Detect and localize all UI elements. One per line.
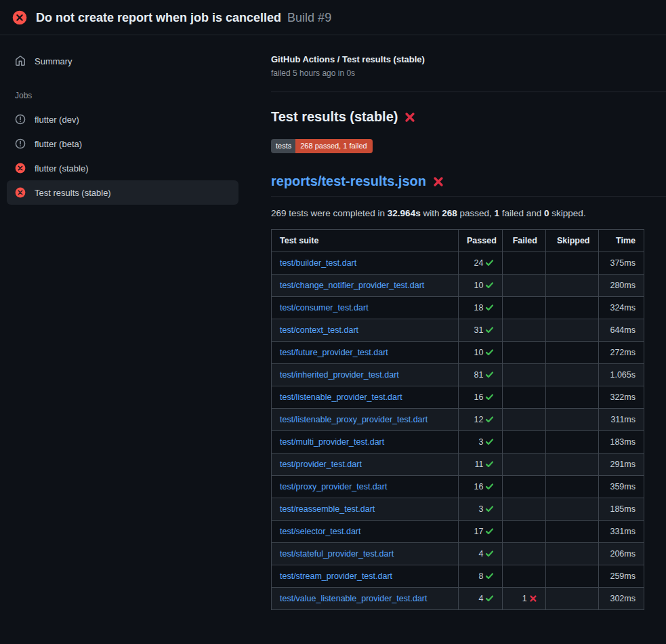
failed-cell (503, 252, 545, 275)
skipped-cell (545, 275, 598, 297)
check-icon (485, 527, 494, 536)
check-icon (485, 303, 494, 312)
time-cell: 375ms (598, 252, 644, 275)
test-suite-link[interactable]: test/future_provider_test.dart (280, 348, 388, 357)
table-row: test/future_provider_test.dart10272ms (272, 342, 644, 364)
time-cell: 183ms (598, 431, 644, 454)
passed-cell: 12 (459, 409, 503, 431)
time-cell: 311ms (598, 409, 644, 431)
skipped-cell (545, 386, 598, 409)
test-suite-cell: test/inherited_provider_test.dart (272, 364, 459, 386)
time-cell: 302ms (598, 588, 644, 610)
test-suite-link[interactable]: test/change_notifier_provider_test.dart (280, 281, 424, 290)
test-suite-link[interactable]: test/selector_test.dart (280, 527, 361, 536)
x-circle-icon (15, 163, 26, 174)
badge-value: 268 passed, 1 failed (295, 139, 372, 153)
x-circle-icon (15, 187, 26, 198)
test-suite-link[interactable]: test/listenable_proxy_provider_test.dart (280, 415, 428, 424)
test-suite-cell: test/builder_test.dart (272, 252, 459, 275)
check-icon (485, 348, 494, 357)
report-title: reports/test-results.json (271, 174, 666, 197)
table-row: test/value_listenable_provider_test.dart… (272, 588, 644, 610)
build-title: Do not create report when job is cancell… (36, 11, 281, 25)
test-suite-link[interactable]: test/builder_test.dart (280, 258, 356, 268)
section-title-text: Test results (stable) (271, 109, 398, 125)
passed-cell: 17 (459, 521, 503, 543)
passed-cell: 10 (459, 275, 503, 297)
failed-cell (503, 275, 545, 297)
sidebar-item-label: Test results (stable) (35, 188, 111, 198)
table-header-row: Test suitePassedFailedSkippedTime (272, 230, 644, 252)
table-row: test/context_test.dart31644ms (272, 319, 644, 342)
table-row: test/reassemble_test.dart3185ms (272, 498, 644, 521)
failed-cell (503, 565, 545, 588)
table-row: test/inherited_provider_test.dart811.065… (272, 364, 644, 386)
divider (271, 92, 666, 92)
test-suite-link[interactable]: test/reassemble_test.dart (280, 504, 375, 514)
passed-cell: 3 (459, 498, 503, 521)
test-suite-link[interactable]: test/stateful_provider_test.dart (280, 549, 394, 559)
table-row: test/listenable_provider_test.dart16322m… (272, 386, 644, 409)
run-status-text: failed 5 hours ago in 0s (271, 68, 666, 78)
test-suite-link[interactable]: test/context_test.dart (280, 325, 358, 335)
skipped-cell (545, 252, 598, 275)
time-cell: 280ms (598, 275, 644, 297)
time-cell: 331ms (598, 521, 644, 543)
skipped-cell (545, 498, 598, 521)
test-suite-link[interactable]: test/stream_provider_test.dart (280, 571, 392, 581)
report-title-link[interactable]: reports/test-results.json (271, 174, 426, 189)
time-cell: 272ms (598, 342, 644, 364)
passed-cell: 18 (459, 297, 503, 319)
x-circle-icon (12, 10, 27, 25)
test-suite-cell: test/multi_provider_test.dart (272, 431, 459, 454)
sidebar-item-flutter-stable[interactable]: flutter (stable) (7, 156, 238, 180)
test-suite-cell: test/selector_test.dart (272, 521, 459, 543)
check-icon (485, 258, 494, 267)
failed-cell (503, 543, 545, 565)
sidebar-item-summary[interactable]: Summary (7, 49, 238, 73)
test-suite-link[interactable]: test/listenable_provider_test.dart (280, 393, 402, 402)
column-header-failed: Failed (503, 230, 545, 252)
failed-cell (503, 364, 545, 386)
failed-cell (503, 297, 545, 319)
test-suite-link[interactable]: test/provider_test.dart (280, 460, 362, 469)
failed-cell (503, 498, 545, 521)
time-cell: 185ms (598, 498, 644, 521)
table-row: test/builder_test.dart24375ms (272, 252, 644, 275)
time-cell: 322ms (598, 386, 644, 409)
column-header-passed: Passed (459, 230, 503, 252)
check-icon (485, 325, 494, 334)
test-suite-link[interactable]: test/multi_provider_test.dart (280, 437, 384, 447)
test-suite-link[interactable]: test/inherited_provider_test.dart (280, 370, 399, 380)
failed-cell (503, 454, 545, 476)
alert-circle-icon (15, 138, 26, 149)
sidebar-item-flutter-beta[interactable]: flutter (beta) (7, 132, 238, 156)
sidebar-item-label: flutter (stable) (35, 163, 88, 174)
passed-cell: 8 (459, 565, 503, 588)
test-suite-link[interactable]: test/consumer_test.dart (280, 303, 369, 313)
time-cell: 359ms (598, 476, 644, 498)
test-suite-cell: test/provider_test.dart (272, 454, 459, 476)
skipped-cell (545, 565, 598, 588)
passed-cell: 10 (459, 342, 503, 364)
passed-cell: 24 (459, 252, 503, 275)
home-icon (15, 56, 26, 66)
failed-cell (503, 431, 545, 454)
jobs-sidebar: Summary Jobs flutter (dev) flut (0, 35, 249, 205)
failed-cell (503, 409, 545, 431)
failed-cell (503, 476, 545, 498)
skipped-cell (545, 319, 598, 342)
check-icon (485, 504, 494, 513)
test-suite-link[interactable]: test/proxy_provider_test.dart (280, 482, 387, 491)
table-row: test/stream_provider_test.dart8259ms (272, 565, 644, 588)
sidebar-item-flutter-dev[interactable]: flutter (dev) (7, 107, 238, 132)
check-icon (485, 370, 494, 379)
passed-cell: 4 (459, 543, 503, 565)
test-suite-link[interactable]: test/value_listenable_provider_test.dart (280, 594, 428, 603)
skipped-cell (545, 454, 598, 476)
sidebar-item-test-results-stable[interactable]: Test results (stable) (7, 180, 238, 205)
skipped-cell (545, 543, 598, 565)
time-cell: 291ms (598, 454, 644, 476)
cross-mark-icon (432, 176, 444, 188)
check-icon (485, 281, 494, 289)
